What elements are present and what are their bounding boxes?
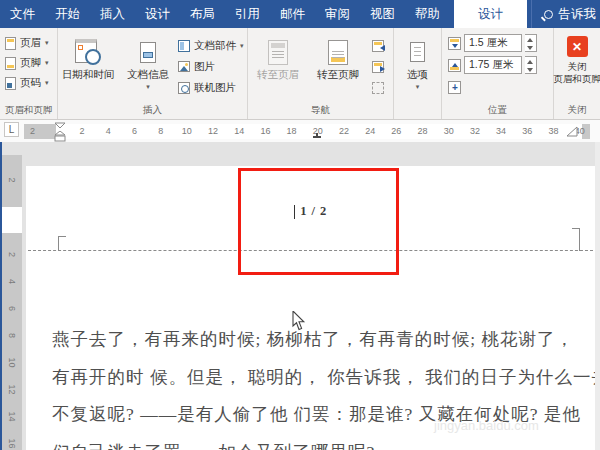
previous-section-icon bbox=[372, 40, 384, 52]
watermark-text: jingyan.baidu.com bbox=[434, 418, 539, 433]
header-from-top-spinner[interactable] bbox=[525, 34, 537, 52]
ruler-number: 18 bbox=[279, 124, 305, 139]
footer-from-bottom-icon bbox=[448, 59, 461, 72]
ruler-row: L 2 246810121416182022242628303234363840 bbox=[0, 120, 600, 142]
ribbon-tab-bar: 文件开始插入设计布局引用邮件审阅视图帮助 设计 告诉我 bbox=[0, 0, 600, 28]
ruler-number: 24 bbox=[357, 124, 383, 139]
header-from-top-field[interactable]: 1.5 厘米 bbox=[464, 34, 522, 52]
chevron-down-icon: ▾ bbox=[146, 83, 150, 91]
hanging-indent-marker[interactable] bbox=[54, 131, 66, 142]
chevron-down-icon: ▾ bbox=[45, 79, 49, 87]
page-right-gutter bbox=[595, 142, 600, 450]
header-button[interactable]: 页眉 ▾ bbox=[5, 33, 57, 53]
group-label-insert: 插入 bbox=[58, 104, 247, 117]
ribbon-tab[interactable]: 布局 bbox=[180, 0, 225, 28]
right-margin-crop-mark bbox=[572, 228, 580, 251]
chevron-down-icon: ▾ bbox=[416, 83, 420, 91]
header-icon bbox=[5, 37, 16, 50]
vertical-ruler[interactable]: 2 246810121416 bbox=[2, 155, 22, 450]
ruler-number: 34 bbox=[488, 124, 514, 139]
ruler-number: 10 bbox=[174, 124, 200, 139]
vertical-ruler-number: 6 bbox=[0, 299, 26, 319]
tab-selector-box[interactable]: L bbox=[4, 122, 19, 137]
mouse-cursor-icon bbox=[292, 311, 306, 331]
text-line: 有再开的时 候。但是， 聪明的， 你告诉我， 我们的日子为什么一去 bbox=[52, 359, 582, 397]
ruler-number: 26 bbox=[383, 124, 409, 139]
ruler-number: 14 bbox=[226, 124, 252, 139]
chevron-down-icon: ▾ bbox=[45, 59, 49, 67]
horizontal-ruler[interactable]: 2 246810121416182022242628303234363840 bbox=[24, 124, 590, 139]
ruler-number: 12 bbox=[200, 124, 226, 139]
group-close: ✕ 关闭 页眉和页脚 关闭 bbox=[554, 28, 600, 119]
ruler-number: 32 bbox=[462, 124, 488, 139]
ruler-number: 16 bbox=[252, 124, 278, 139]
group-label-position: 位置 bbox=[442, 104, 553, 117]
search-label: 告诉我 bbox=[559, 6, 597, 23]
online-pictures-icon bbox=[178, 82, 190, 94]
pictures-label: 图片 bbox=[194, 60, 215, 74]
pictures-icon bbox=[178, 61, 190, 72]
footer-button-label: 页脚 bbox=[20, 56, 41, 70]
left-margin-crop-mark bbox=[58, 236, 66, 251]
vertical-ruler-number: 10 bbox=[0, 353, 26, 373]
tell-me-search[interactable]: 告诉我 bbox=[531, 0, 600, 28]
online-pictures-button[interactable]: 联机图片 bbox=[178, 77, 244, 98]
online-pictures-label: 联机图片 bbox=[194, 81, 236, 95]
ruler-number: 30 bbox=[436, 124, 462, 139]
footer-from-bottom-field[interactable]: 1.75 厘米 bbox=[464, 56, 522, 74]
options-button[interactable]: 选项 ▾ bbox=[394, 33, 441, 119]
ruler-number: 36 bbox=[514, 124, 540, 139]
next-section-icon bbox=[372, 61, 384, 73]
chevron-down-icon: ▾ bbox=[45, 39, 49, 47]
ribbon-tab[interactable]: 帮助 bbox=[405, 0, 450, 28]
first-line-indent-marker[interactable] bbox=[54, 122, 66, 129]
ribbon-tab[interactable]: 开始 bbox=[45, 0, 90, 28]
tab-design-active[interactable]: 设计 bbox=[454, 0, 527, 28]
next-section-button[interactable] bbox=[372, 56, 384, 77]
options-label: 选项 bbox=[407, 68, 428, 82]
pictures-button[interactable]: 图片 bbox=[178, 56, 244, 77]
vertical-ruler-margin-number: 2 bbox=[7, 170, 17, 190]
previous-section-button[interactable] bbox=[372, 35, 384, 56]
link-to-previous-icon bbox=[372, 82, 384, 94]
footer-button[interactable]: 页脚 ▾ bbox=[5, 53, 57, 73]
ribbon-tab[interactable]: 审阅 bbox=[315, 0, 360, 28]
ribbon-tab[interactable]: 文件 bbox=[0, 0, 45, 28]
vertical-ruler-number: 8 bbox=[0, 326, 26, 346]
right-indent-marker[interactable] bbox=[566, 126, 579, 138]
center-tab-stop-marker[interactable] bbox=[313, 133, 321, 138]
goto-header-icon bbox=[268, 40, 288, 65]
ruler-left-margin bbox=[24, 124, 56, 139]
ribbon-tab[interactable]: 设计 bbox=[135, 0, 180, 28]
quick-parts-button[interactable]: 文档部件 ▾ bbox=[178, 35, 244, 56]
text-line: 们自己逃走了罢——如今又到了哪里呢? bbox=[52, 434, 582, 450]
ribbon-tab[interactable]: 插入 bbox=[90, 0, 135, 28]
goto-header-label: 转至页眉 bbox=[257, 68, 299, 82]
search-icon bbox=[544, 10, 553, 19]
vertical-ruler-number: 12 bbox=[0, 380, 26, 400]
header-from-top-icon bbox=[448, 37, 461, 50]
ribbon-tab[interactable]: 引用 bbox=[225, 0, 270, 28]
ribbon: 页眉 ▾ 页脚 ▾ 页码 ▾ 页眉和页脚 日期和时间 文档信息 bbox=[0, 28, 600, 120]
footer-from-bottom-spinner[interactable] bbox=[525, 56, 537, 74]
header-button-label: 页眉 bbox=[20, 36, 41, 50]
ruler-number: 38 bbox=[540, 124, 566, 139]
group-insert: 日期和时间 文档信息 ▾ 文档部件 ▾ 图片 联机图片 bbox=[58, 28, 248, 119]
red-annotation-rectangle bbox=[238, 168, 399, 275]
goto-footer-label: 转至页脚 bbox=[317, 68, 359, 82]
link-to-previous-button bbox=[372, 77, 384, 98]
vertical-ruler-number-track: 246810121416 bbox=[2, 241, 22, 450]
ruler-number: 2 bbox=[69, 124, 95, 139]
insert-alignment-tab-button[interactable] bbox=[448, 81, 461, 94]
chevron-down-icon: ▾ bbox=[240, 42, 244, 50]
vertical-ruler-number: 4 bbox=[0, 272, 26, 292]
close-header-footer-button[interactable]: ✕ 关闭 页眉和页脚 bbox=[553, 33, 600, 85]
ribbon-tab[interactable]: 邮件 bbox=[270, 0, 315, 28]
quick-parts-label: 文档部件 bbox=[194, 39, 236, 53]
page-number-button[interactable]: 页码 ▾ bbox=[5, 73, 57, 93]
ruler-number: 22 bbox=[331, 124, 357, 139]
document-info-icon bbox=[140, 42, 156, 63]
ribbon-tab[interactable]: 视图 bbox=[360, 0, 405, 28]
group-label-header-footer: 页眉和页脚 bbox=[0, 104, 57, 117]
ruler-number-track: 246810121416182022242628303234363840 bbox=[69, 124, 593, 139]
